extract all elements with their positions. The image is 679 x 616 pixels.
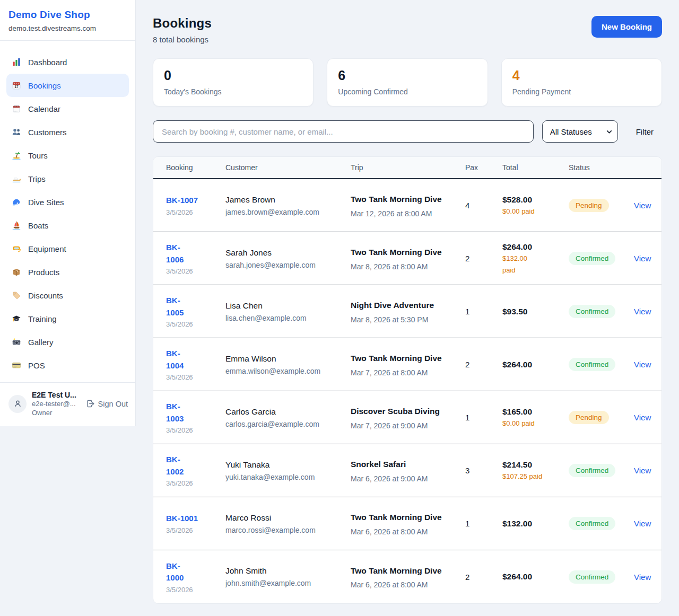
booking-id-link[interactable]: BK-1007 [166,195,225,207]
user-box: E2E Test U... e2e-tester@... Owner Sign … [0,382,135,426]
sign-out-button[interactable]: Sign Out [86,399,128,408]
sidebar-item-label: Calendar [28,104,60,113]
search-input[interactable] [153,120,534,143]
booking-id-link[interactable]: BK-1006 [166,242,225,266]
stat-card-todays-bookings: 0 Today's Bookings [153,58,314,107]
trip-cell: Night Dive AdventureMar 8, 2026 at 5:30 … [351,299,465,323]
total-cell: $93.50 [502,307,569,316]
sidebar-item-dive-sites[interactable]: Dive Sites [6,190,129,214]
sidebar-item-label: Boats [28,221,48,230]
sidebar-item-pos[interactable]: POS [6,354,129,377]
booking-cell: BK-10013/5/2026 [166,513,225,534]
customer-name: Carlos Garcia [225,407,351,417]
sidebar-item-tours[interactable]: Tours [6,144,129,167]
brand-title: Demo Dive Shop [8,9,127,21]
sidebar-item-boats[interactable]: Boats [6,214,129,237]
booking-cell: BK-10003/5/2026 [166,560,225,594]
booking-id-link[interactable]: BK-1002 [166,454,225,478]
user-info: E2E Test U... e2e-tester@... Owner [32,390,81,418]
view-link[interactable]: View [634,573,651,582]
amount-paid: paid [502,266,569,275]
status-cell: Confirmed [569,517,634,530]
customer-email: john.smith@example.com [225,579,351,587]
pax-value: 3 [465,466,502,475]
view-link[interactable]: View [634,519,651,528]
booking-id-link[interactable]: BK-1003 [166,401,225,425]
table-row: BK-10003/5/2026John Smithjohn.smith@exam… [153,550,661,603]
sidebar-item-products[interactable]: Products [6,260,129,284]
pax-value: 1 [465,307,502,316]
booking-id-line: 1003 [166,413,225,425]
total-cell: $132.00 [502,519,569,529]
sidebar-item-calendar[interactable]: Calendar [6,97,129,120]
booking-id-line: BK-1001 [166,513,225,525]
pax-value: 4 [465,201,502,210]
customer-email: carlos.garcia@example.com [225,420,351,428]
booking-cell: BK-10073/5/2026 [166,195,225,216]
trip-datetime: Mar 8, 2026 at 8:00 AM [351,262,465,271]
booking-id-link[interactable]: BK-1000 [166,560,225,584]
sidebar-item-customers[interactable]: Customers [6,120,129,144]
sidebar-item-discounts[interactable]: Discounts [6,284,129,307]
status-badge: Confirmed [569,570,615,584]
status-select[interactable]: All Statuses [543,121,617,142]
booking-id-line: 1004 [166,360,225,372]
view-link[interactable]: View [634,360,651,369]
total-cell: $214.50$107.25 paid [502,460,569,481]
filter-bar: All Statuses Filter [153,120,662,143]
trip-name: Two Tank Morning Dive [351,246,442,259]
column-header: Customer [225,163,351,172]
customer-name: Yuki Tanaka [225,460,351,470]
amount-paid: $0.00 paid [502,207,569,216]
view-link[interactable]: View [634,307,651,316]
graduation-cap-icon [12,314,21,323]
svg-text:17: 17 [14,85,19,89]
trip-cell: Snorkel SafariMar 6, 2026 at 9:00 AM [351,458,465,482]
view-link[interactable]: View [634,413,651,422]
booking-id-link[interactable]: BK-1001 [166,513,225,525]
customer-email: emma.wilson@example.com [225,367,351,375]
booking-id-line: BK- [166,348,225,360]
total-cell: $165.00$0.00 paid [502,407,569,428]
amount-paid: $132.00 [502,254,569,263]
view-link[interactable]: View [634,466,651,475]
pax-value: 2 [465,573,502,582]
booking-id-line: 1000 [166,572,225,584]
diving-mask-icon [12,244,21,253]
sidebar-item-equipment[interactable]: Equipment [6,237,129,260]
customer-name: Lisa Chen [225,301,351,311]
sign-out-label: Sign Out [98,400,128,408]
sidebar-item-label: Tours [28,151,48,160]
view-link[interactable]: View [634,254,651,263]
view-link[interactable]: View [634,201,651,210]
stat-card-upcoming-confirmed: 6 Upcoming Confirmed [327,58,488,107]
package-icon [12,267,21,277]
sidebar-item-training[interactable]: Training [6,307,129,330]
avatar [8,395,27,413]
column-header: Trip [351,163,465,172]
trip-datetime: Mar 12, 2026 at 8:00 AM [351,209,465,218]
sidebar-item-trips[interactable]: Trips [6,167,129,190]
filter-button[interactable]: Filter [628,123,662,140]
main-content: Bookings 8 total bookings New Booking 0 … [136,0,679,616]
status-cell: Pending [569,199,634,212]
sidebar-item-gallery[interactable]: Gallery [6,330,129,354]
booking-id-link[interactable]: BK-1005 [166,295,225,319]
pax-value: 2 [465,360,502,369]
booking-id-link[interactable]: BK-1004 [166,348,225,372]
total-amount: $93.50 [502,307,569,316]
table-row: BK-10013/5/2026Marco Rossimarco.rossi@ex… [153,497,661,550]
new-booking-button[interactable]: New Booking [591,16,662,38]
sidebar-item-dashboard[interactable]: Dashboard [6,50,129,74]
booking-id-line: BK- [166,560,225,573]
sidebar-item-bookings[interactable]: 17Bookings [6,74,129,97]
trip-datetime: Mar 6, 2026 at 9:00 AM [351,474,465,483]
booking-date: 3/5/2026 [166,479,225,487]
tag-icon [12,291,21,300]
pax-value: 2 [465,254,502,263]
logout-icon [86,399,95,408]
sidebar-nav: Dashboard17BookingsCalendarCustomersTour… [0,41,135,382]
table-row: BK-10023/5/2026Yuki Tanakayuki.tanaka@ex… [153,444,661,497]
bar-chart-icon [12,57,21,67]
sidebar-item-label: Bookings [28,81,61,90]
